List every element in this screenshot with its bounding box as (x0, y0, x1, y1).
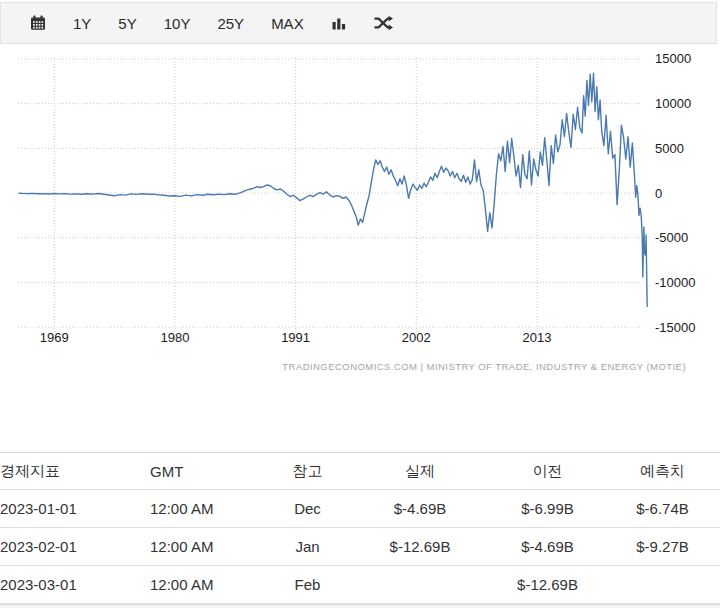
calendar-cell (350, 566, 490, 604)
y-axis-tick-label: 0 (655, 186, 662, 201)
x-axis-tick-label: 1991 (281, 330, 310, 345)
calendar-cell: $-4.69B (490, 528, 605, 566)
column-header: 참고 (265, 453, 350, 490)
range-button-5y[interactable]: 5Y (118, 16, 136, 31)
calendar-cell: $-4.69B (350, 490, 490, 528)
calendar-cell: 2023-03-01 (0, 566, 150, 604)
y-axis-tick-label: -15000 (655, 320, 695, 335)
calendar-row[interactable]: 2023-02-0112:00 AMJan$-12.69B$-4.69B$-9.… (0, 528, 720, 566)
calendar-cell: 12:00 AM (150, 490, 265, 528)
chart-attribution: TRADINGECONOMICS.COM | MINISTRY OF TRADE… (282, 361, 686, 372)
calendar-icon (30, 15, 46, 31)
y-axis-tick-label: -10000 (655, 275, 695, 290)
calendar-cell (605, 566, 720, 604)
shuffle-icon (374, 15, 393, 31)
range-button-max[interactable]: MAX (271, 16, 304, 31)
x-axis-tick-label: 1969 (40, 330, 69, 345)
calendar-row[interactable]: 2023-03-0112:00 AMFeb$-12.69B (0, 566, 720, 604)
calendar-cell: $-6.99B (490, 490, 605, 528)
chart-type-button[interactable] (331, 15, 347, 31)
trade-balance-chart[interactable]: 150001000050000-5000-10000-1500019691980… (0, 44, 720, 374)
spacer (0, 374, 720, 452)
y-axis-tick-label: -5000 (655, 230, 688, 245)
column-header: 이전 (490, 453, 605, 490)
column-header: GMT (150, 453, 265, 490)
calendar-cell: $-6.74B (605, 490, 720, 528)
calendar-row[interactable]: 2023-01-0112:00 AMDec$-4.69B$-6.99B$-6.7… (0, 490, 720, 528)
column-header: 예측치 (605, 453, 720, 490)
calendar-cell: Feb (265, 566, 350, 604)
compare-button[interactable] (374, 15, 393, 31)
calendar-cell: $-9.27B (605, 528, 720, 566)
calendar-button[interactable] (30, 15, 46, 31)
range-button-25y[interactable]: 25Y (217, 16, 244, 31)
calendar-cell: Dec (265, 490, 350, 528)
y-axis-tick-label: 10000 (655, 96, 691, 111)
next-section-strip (0, 604, 720, 608)
calendar-cell: Jan (265, 528, 350, 566)
chart-canvas: 150001000050000-5000-10000-1500019691980… (0, 44, 720, 374)
trade-balance-line (19, 73, 647, 306)
y-axis-tick-label: 5000 (655, 141, 684, 156)
y-axis-tick-label: 15000 (655, 51, 691, 66)
column-header: 실제 (350, 453, 490, 490)
calendar-cell: 12:00 AM (150, 528, 265, 566)
calendar-cell: 12:00 AM (150, 566, 265, 604)
calendar-cell: 2023-02-01 (0, 528, 150, 566)
x-axis-tick-label: 1980 (161, 330, 190, 345)
economic-calendar-table: 경제지표GMT참고실제이전예측치 2023-01-0112:00 AMDec$-… (0, 452, 720, 604)
range-button-10y[interactable]: 10Y (164, 16, 191, 31)
table-header-row: 경제지표GMT참고실제이전예측치 (0, 453, 720, 490)
x-axis-tick-label: 2013 (523, 330, 552, 345)
column-header: 경제지표 (0, 453, 150, 490)
x-axis-tick-label: 2002 (402, 330, 431, 345)
chart-toolbar: 1Y 5Y 10Y 25Y MAX (0, 2, 717, 44)
calendar-cell: $-12.69B (350, 528, 490, 566)
bar-chart-icon (331, 15, 347, 31)
calendar-cell: 2023-01-01 (0, 490, 150, 528)
calendar-cell: $-12.69B (490, 566, 605, 604)
range-button-1y[interactable]: 1Y (73, 16, 91, 31)
